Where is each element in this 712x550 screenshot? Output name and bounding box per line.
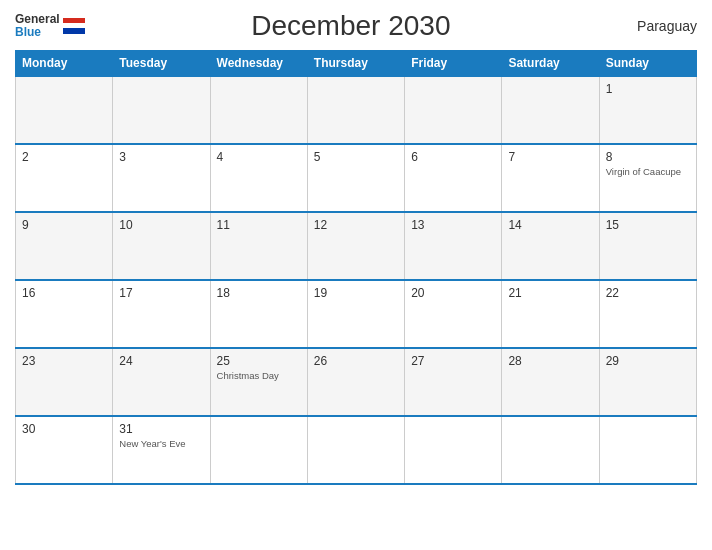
day-number: 31 — [119, 422, 203, 436]
col-monday: Monday — [16, 51, 113, 77]
col-sunday: Sunday — [599, 51, 696, 77]
day-event: New Year's Eve — [119, 438, 203, 450]
day-number: 30 — [22, 422, 106, 436]
day-number: 27 — [411, 354, 495, 368]
logo-general: General — [15, 12, 60, 26]
calendar-week-row: 9101112131415 — [16, 212, 697, 280]
day-number: 14 — [508, 218, 592, 232]
calendar-day-cell — [113, 76, 210, 144]
calendar-week-row: 3031New Year's Eve — [16, 416, 697, 484]
calendar-day-cell: 6 — [405, 144, 502, 212]
calendar-day-cell: 9 — [16, 212, 113, 280]
calendar-week-row: 1 — [16, 76, 697, 144]
day-number: 19 — [314, 286, 398, 300]
calendar-day-cell: 13 — [405, 212, 502, 280]
logo-blue: Blue — [15, 25, 41, 39]
calendar-page: General Blue December 2030 Paraguay Mond… — [0, 0, 712, 550]
calendar-day-cell: 20 — [405, 280, 502, 348]
calendar-title: December 2030 — [85, 10, 617, 42]
calendar-day-cell: 12 — [307, 212, 404, 280]
calendar-day-cell: 30 — [16, 416, 113, 484]
day-number: 16 — [22, 286, 106, 300]
day-number: 6 — [411, 150, 495, 164]
day-number: 29 — [606, 354, 690, 368]
calendar-day-cell: 3 — [113, 144, 210, 212]
day-number: 11 — [217, 218, 301, 232]
calendar-header-row: Monday Tuesday Wednesday Thursday Friday… — [16, 51, 697, 77]
calendar-day-cell: 27 — [405, 348, 502, 416]
calendar-day-cell: 2 — [16, 144, 113, 212]
day-number: 15 — [606, 218, 690, 232]
day-number: 12 — [314, 218, 398, 232]
day-number: 2 — [22, 150, 106, 164]
calendar-day-cell: 4 — [210, 144, 307, 212]
calendar-day-cell — [307, 76, 404, 144]
day-number: 1 — [606, 82, 690, 96]
calendar-table: Monday Tuesday Wednesday Thursday Friday… — [15, 50, 697, 485]
calendar-week-row: 232425Christmas Day26272829 — [16, 348, 697, 416]
col-wednesday: Wednesday — [210, 51, 307, 77]
day-number: 28 — [508, 354, 592, 368]
calendar-day-cell: 15 — [599, 212, 696, 280]
calendar-day-cell — [405, 76, 502, 144]
calendar-day-cell — [599, 416, 696, 484]
logo: General Blue — [15, 13, 85, 39]
logo-flag-icon — [63, 18, 85, 34]
day-event: Christmas Day — [217, 370, 301, 382]
day-number: 21 — [508, 286, 592, 300]
calendar-day-cell: 8Virgin of Caacupe — [599, 144, 696, 212]
day-number: 22 — [606, 286, 690, 300]
day-number: 23 — [22, 354, 106, 368]
calendar-week-row: 16171819202122 — [16, 280, 697, 348]
calendar-country: Paraguay — [617, 18, 697, 34]
calendar-day-cell: 11 — [210, 212, 307, 280]
calendar-day-cell: 29 — [599, 348, 696, 416]
calendar-day-cell: 7 — [502, 144, 599, 212]
day-number: 25 — [217, 354, 301, 368]
calendar-day-cell: 1 — [599, 76, 696, 144]
day-number: 18 — [217, 286, 301, 300]
day-number: 20 — [411, 286, 495, 300]
calendar-day-cell: 19 — [307, 280, 404, 348]
col-tuesday: Tuesday — [113, 51, 210, 77]
calendar-day-cell: 5 — [307, 144, 404, 212]
calendar-day-cell: 25Christmas Day — [210, 348, 307, 416]
day-number: 10 — [119, 218, 203, 232]
calendar-header: General Blue December 2030 Paraguay — [15, 10, 697, 42]
calendar-day-cell — [502, 76, 599, 144]
day-number: 3 — [119, 150, 203, 164]
day-number: 17 — [119, 286, 203, 300]
calendar-day-cell: 21 — [502, 280, 599, 348]
col-saturday: Saturday — [502, 51, 599, 77]
day-event: Virgin of Caacupe — [606, 166, 690, 178]
calendar-day-cell: 14 — [502, 212, 599, 280]
day-number: 24 — [119, 354, 203, 368]
calendar-day-cell — [405, 416, 502, 484]
col-friday: Friday — [405, 51, 502, 77]
calendar-day-cell: 18 — [210, 280, 307, 348]
calendar-day-cell — [16, 76, 113, 144]
calendar-day-cell: 28 — [502, 348, 599, 416]
day-number: 7 — [508, 150, 592, 164]
logo-text: General Blue — [15, 13, 60, 39]
svg-rect-2 — [63, 28, 85, 34]
calendar-day-cell — [502, 416, 599, 484]
calendar-day-cell — [210, 416, 307, 484]
calendar-day-cell: 31New Year's Eve — [113, 416, 210, 484]
calendar-day-cell: 23 — [16, 348, 113, 416]
calendar-day-cell: 17 — [113, 280, 210, 348]
day-number: 5 — [314, 150, 398, 164]
calendar-day-cell: 26 — [307, 348, 404, 416]
day-number: 8 — [606, 150, 690, 164]
calendar-day-cell: 22 — [599, 280, 696, 348]
calendar-day-cell — [307, 416, 404, 484]
calendar-day-cell — [210, 76, 307, 144]
col-thursday: Thursday — [307, 51, 404, 77]
calendar-day-cell: 24 — [113, 348, 210, 416]
day-number: 26 — [314, 354, 398, 368]
day-number: 4 — [217, 150, 301, 164]
calendar-week-row: 2345678Virgin of Caacupe — [16, 144, 697, 212]
day-number: 13 — [411, 218, 495, 232]
day-number: 9 — [22, 218, 106, 232]
calendar-day-cell: 10 — [113, 212, 210, 280]
